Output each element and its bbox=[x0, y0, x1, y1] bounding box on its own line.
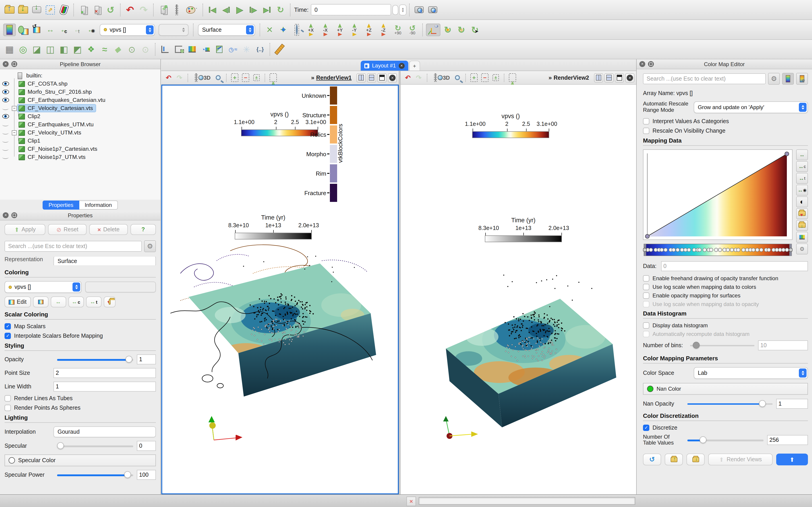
threshold-filter-icon[interactable]: ◧ bbox=[58, 43, 70, 56]
color-space-combo[interactable]: Lab bbox=[694, 367, 808, 379]
visibility-off-eye-icon[interactable] bbox=[2, 156, 9, 159]
point-size-input[interactable] bbox=[53, 368, 156, 378]
stream-tracer-filter-icon[interactable]: ≈ bbox=[98, 43, 111, 56]
log-scale-colors-checkbox[interactable] bbox=[643, 284, 649, 290]
zoom-to-data-icon[interactable]: ✛ bbox=[277, 23, 290, 36]
discretize-checkbox[interactable] bbox=[643, 425, 649, 431]
nan-color-row[interactable]: Nan Color bbox=[643, 383, 808, 395]
data-value-input[interactable] bbox=[661, 261, 808, 271]
last-frame-icon[interactable]: ▶ bbox=[261, 3, 273, 16]
set-view-minus-z-icon[interactable]: -Z bbox=[376, 23, 390, 36]
view1-canvas[interactable]: vpvs () 1.1e+00 2 2.5 3.1e+00 Unknown St… bbox=[161, 84, 399, 494]
pipeline-item-builtin[interactable]: builtin: bbox=[0, 71, 160, 80]
fullscreen-icon[interactable]: ⇗ bbox=[44, 3, 57, 16]
nan-color-swatch[interactable] bbox=[647, 386, 653, 392]
group-datasets-icon[interactable]: ⊙ bbox=[125, 43, 138, 56]
apply-button[interactable]: ⬆Apply bbox=[5, 224, 46, 235]
specular-power-slider[interactable] bbox=[57, 471, 133, 478]
close-view-icon[interactable]: × bbox=[625, 73, 635, 82]
subtract-selection-icon[interactable]: − bbox=[241, 73, 251, 82]
more-tools-chevron[interactable]: » bbox=[311, 74, 314, 81]
calculator-filter-icon[interactable]: ▦ bbox=[3, 43, 16, 56]
select-cells-icon[interactable] bbox=[507, 73, 517, 82]
choose-preset-icon[interactable]: ♥ bbox=[796, 208, 808, 219]
close-panel-icon[interactable]: × bbox=[3, 61, 9, 67]
maximize-view-icon[interactable] bbox=[377, 73, 387, 82]
previous-frame-icon[interactable]: ◀ bbox=[220, 3, 233, 16]
cme-search-input[interactable] bbox=[643, 73, 766, 84]
generate-source-icon[interactable]: ⇗ bbox=[157, 3, 169, 16]
map-scalars-checkbox[interactable] bbox=[5, 323, 11, 330]
delete-button[interactable]: ×Delete bbox=[89, 224, 128, 235]
rescale-to-data-icon[interactable]: ↔ bbox=[44, 23, 57, 36]
visibility-off-eye-icon[interactable] bbox=[2, 147, 9, 151]
set-view-plus-x-icon[interactable]: +X bbox=[304, 23, 318, 36]
specular-slider[interactable] bbox=[57, 442, 133, 450]
set-view-plus-z-icon[interactable]: +Z bbox=[362, 23, 376, 36]
glyph-with-custom-source-icon[interactable]: ✳ bbox=[240, 43, 253, 56]
opacity-input[interactable] bbox=[137, 354, 156, 364]
invert-transfer-function-icon[interactable]: ◐ bbox=[796, 196, 808, 207]
interpret-categories-checkbox[interactable] bbox=[643, 118, 649, 124]
rescale-custom-button[interactable]: ↔c bbox=[68, 296, 84, 307]
clip-filter-icon[interactable]: ◪ bbox=[30, 43, 43, 56]
pipeline-item[interactable]: CF_Earthquakes_UTM.vtu bbox=[0, 120, 160, 128]
help-button[interactable]: ? bbox=[131, 224, 156, 235]
plot-over-line-icon[interactable] bbox=[159, 43, 171, 56]
show-colormap-icon[interactable] bbox=[782, 73, 794, 84]
rescale-visibility-checkbox[interactable] bbox=[643, 127, 649, 134]
rescale-to-data-icon[interactable]: ↔ bbox=[796, 149, 808, 160]
redo-icon[interactable]: ↷ bbox=[137, 3, 150, 16]
collapse-expander-icon[interactable]: − bbox=[12, 106, 17, 111]
reset-range-button[interactable] bbox=[33, 296, 48, 307]
visibility-on-eye-icon[interactable] bbox=[2, 98, 9, 102]
histogram-filter-icon[interactable] bbox=[186, 43, 198, 56]
bins-input[interactable] bbox=[758, 340, 808, 350]
connect-server-icon[interactable]: ● bbox=[77, 3, 90, 16]
representation-combo[interactable]: Surface bbox=[198, 24, 255, 36]
collapse-expander-icon[interactable]: − bbox=[12, 130, 17, 135]
close-panel-icon[interactable]: × bbox=[639, 61, 645, 67]
time-spinner[interactable]: ▲▼ bbox=[399, 4, 406, 15]
save-to-file-icon-button[interactable]: ↓ bbox=[687, 454, 705, 465]
rotate-90-cw-icon[interactable]: ↻+90 bbox=[391, 23, 405, 36]
component-combo[interactable] bbox=[159, 24, 189, 36]
specular-color-swatch[interactable] bbox=[9, 457, 15, 463]
pipeline-item-child[interactable]: Clip2 bbox=[0, 112, 160, 120]
render-scene-1[interactable]: X bbox=[162, 219, 398, 491]
edit-colormap-icon[interactable]: ↺ bbox=[30, 23, 43, 36]
pipeline-item-child[interactable]: Clip1 bbox=[0, 137, 160, 145]
save-as-defaults-icon-button[interactable]: ↑ bbox=[665, 454, 683, 465]
render-points-as-spheres-checkbox[interactable] bbox=[5, 405, 11, 411]
extract-selection-icon[interactable] bbox=[172, 43, 185, 56]
pipeline-item[interactable]: CF_Noise1p7_UTM.vts bbox=[0, 153, 160, 161]
choose-colormap-icon[interactable] bbox=[170, 3, 183, 16]
visibility-off-eye-icon[interactable] bbox=[2, 123, 9, 126]
probe-location-icon[interactable]: ◷≈ bbox=[226, 43, 239, 56]
layout-tab[interactable]: Layout #1 × bbox=[361, 61, 408, 71]
pipeline-item[interactable]: Morfo_Stru_CF_2016.shp bbox=[0, 88, 160, 96]
interpolation-select[interactable]: Gouraud bbox=[53, 427, 156, 437]
warp-filter-icon[interactable]: ◆ bbox=[112, 43, 124, 56]
rescale-temporal-icon[interactable]: ↔t bbox=[796, 173, 808, 183]
tab-properties[interactable]: Properties bbox=[43, 201, 79, 210]
save-state-icon[interactable]: ↓ bbox=[17, 3, 30, 16]
colormap-gradient-strip[interactable] bbox=[643, 242, 793, 258]
rotate-around-center-icon[interactable]: ↻ bbox=[441, 23, 454, 36]
split-horizontal-icon[interactable] bbox=[594, 73, 603, 82]
add-layout-tab[interactable]: + bbox=[409, 61, 420, 71]
more-tools-chevron[interactable]: » bbox=[549, 74, 552, 81]
pick-center-icon[interactable]: ↻➤ bbox=[468, 23, 481, 36]
close-panel-icon[interactable]: × bbox=[3, 212, 9, 218]
time-input[interactable] bbox=[311, 4, 391, 15]
plot-selection-over-time-icon[interactable] bbox=[213, 43, 226, 56]
auto-rescale-combo[interactable]: Grow and update on 'Apply' bbox=[694, 101, 808, 113]
nan-opacity-slider[interactable] bbox=[688, 400, 773, 407]
set-view-minus-x-icon[interactable]: -X bbox=[318, 23, 332, 36]
specular-color-row[interactable]: Specular Color bbox=[5, 454, 156, 466]
disconnect-server-icon[interactable]: × bbox=[91, 3, 103, 16]
cme-gear-icon[interactable]: ⚙ bbox=[768, 73, 780, 84]
interpolate-scalars-checkbox[interactable] bbox=[5, 333, 11, 339]
apply-colormap-button[interactable]: ⬆ bbox=[776, 454, 808, 465]
visibility-on-eye-icon[interactable] bbox=[2, 81, 9, 86]
